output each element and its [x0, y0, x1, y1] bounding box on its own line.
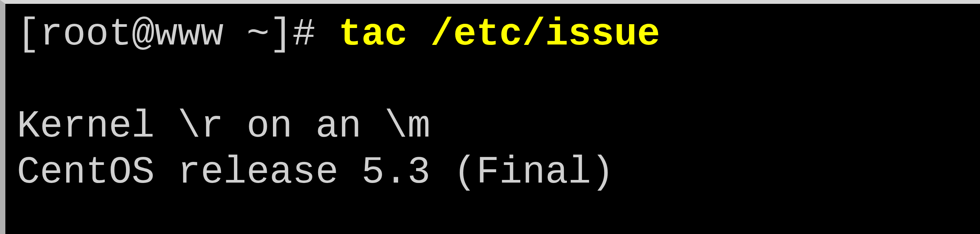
terminal-window: [root@www ~]# tac /etc/issue Kernel \r o… [0, 0, 980, 234]
terminal-content[interactable]: [root@www ~]# tac /etc/issue Kernel \r o… [5, 4, 980, 234]
shell-prompt: [root@www ~]# [17, 13, 338, 56]
command-text: tac /etc/issue [338, 13, 660, 56]
output-line-2: CentOS release 5.3 (Final) [17, 151, 614, 194]
output-line-1: Kernel \r on an \m [17, 105, 430, 148]
